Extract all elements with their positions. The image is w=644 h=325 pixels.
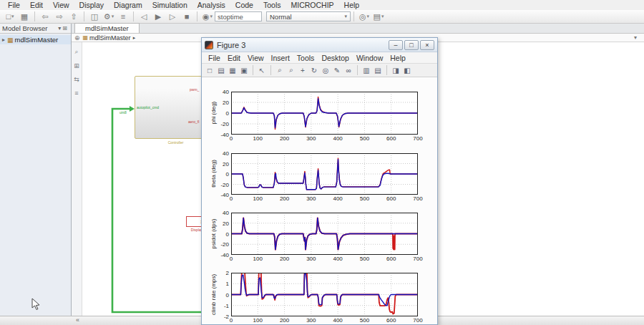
chevron-down-icon: ▾ bbox=[210, 14, 213, 19]
figure-menu-bar: FileEditViewInsertToolsDesktopWindowHelp bbox=[202, 52, 437, 64]
stop-time-field[interactable] bbox=[215, 11, 262, 21]
tab-mdlsimmaster[interactable]: mdlSimMaster bbox=[74, 23, 140, 33]
close-button[interactable]: × bbox=[420, 40, 434, 50]
restore-button[interactable]: □ bbox=[404, 40, 419, 50]
x-tick-label: 300 bbox=[302, 317, 321, 324]
menu-item-help[interactable]: Help bbox=[386, 54, 409, 62]
link-plot-icon[interactable]: ∞ bbox=[343, 65, 354, 76]
model-browser-panel: Model Browser ▾⊞ ▸ ▦ mdlSimMaster bbox=[0, 24, 72, 316]
menu-item-window[interactable]: Window bbox=[353, 54, 386, 62]
canvas-palette: ⌕⊞⇆≡ bbox=[72, 42, 82, 316]
mouse-cursor bbox=[31, 298, 42, 311]
brush-icon[interactable]: ✎ bbox=[331, 65, 343, 76]
series-response bbox=[231, 99, 418, 128]
figure-title-bar[interactable]: Figure 3 –□× bbox=[202, 38, 437, 52]
zoom-icon[interactable]: ⌕ bbox=[74, 48, 78, 56]
back-icon[interactable]: ⇦ bbox=[39, 11, 52, 22]
zoom-out-icon[interactable]: ⌕ bbox=[286, 65, 297, 76]
menu-item-analysis[interactable]: Analysis bbox=[192, 1, 230, 9]
x-tick-label: 200 bbox=[275, 256, 294, 262]
forward-icon[interactable]: ⇨ bbox=[53, 11, 66, 22]
fit-to-view-icon[interactable]: ⊞ bbox=[74, 62, 79, 69]
browser-dock-icon[interactable]: ⊞ bbox=[62, 25, 69, 31]
chevron-down-icon: ▾ bbox=[112, 14, 114, 19]
x-tick-label: 200 bbox=[275, 195, 294, 202]
y-tick-label: 20 bbox=[212, 100, 229, 106]
x-tick-label: 0 bbox=[222, 317, 240, 324]
menu-item-display[interactable]: Display bbox=[74, 1, 109, 9]
figure-window[interactable]: Figure 3 –□× FileEditViewInsertToolsDesk… bbox=[201, 37, 438, 325]
new-model-icon[interactable]: □▾ bbox=[4, 11, 16, 22]
minimize-button[interactable]: – bbox=[389, 40, 403, 50]
run-icon[interactable]: ▶ bbox=[152, 11, 165, 22]
menu-item-view[interactable]: View bbox=[244, 54, 268, 62]
print-icon[interactable]: ▣ bbox=[238, 65, 250, 76]
menu-item-help[interactable]: Help bbox=[339, 1, 365, 9]
colorbar-icon[interactable]: ▥ bbox=[361, 65, 372, 76]
menu-item-view[interactable]: View bbox=[48, 1, 74, 9]
breadcrumb[interactable]: mdlSimMaster bbox=[89, 34, 131, 42]
tree-expander-icon[interactable]: ▸ bbox=[0, 37, 7, 43]
data-cursor-icon[interactable]: ◎ bbox=[320, 65, 331, 76]
library-browser-icon[interactable]: ◫ bbox=[88, 11, 101, 22]
rotate-3d-icon: ↻ bbox=[311, 67, 317, 74]
sim-display-icon[interactable]: ◉▾ bbox=[201, 11, 214, 22]
new-figure-icon[interactable]: □ bbox=[204, 65, 215, 76]
figure-app-icon bbox=[205, 41, 213, 49]
model-browser-header-icons[interactable]: ▾⊞ bbox=[58, 25, 69, 31]
pan-icon: + bbox=[301, 67, 305, 74]
menu-item-code[interactable]: Code bbox=[230, 1, 258, 9]
rotate-3d-icon[interactable]: ↻ bbox=[308, 65, 320, 76]
up-to-parent-icon[interactable]: ⇧ bbox=[67, 11, 80, 22]
deploy-icon[interactable]: ▤▾ bbox=[372, 11, 385, 22]
save-figure-icon[interactable]: ▦ bbox=[227, 65, 238, 76]
model-settings-icon[interactable]: ⚙▾ bbox=[102, 11, 115, 22]
step-back-icon[interactable]: ◁ bbox=[137, 11, 150, 22]
model-explorer-icon[interactable]: ≡ bbox=[117, 11, 130, 22]
pan-icon[interactable]: + bbox=[297, 65, 308, 76]
x-tick-label: 700 bbox=[409, 135, 427, 142]
chevron-down-icon: ▾ bbox=[381, 14, 384, 19]
menu-item-desktop[interactable]: Desktop bbox=[318, 54, 353, 62]
zoom-in-icon[interactable]: ⌕ bbox=[274, 65, 286, 76]
x-tick-label: 0 bbox=[222, 135, 240, 142]
subplot-climb: climb rate (mps)-2-101201002003004005006… bbox=[202, 273, 437, 325]
menu-item-file[interactable]: File bbox=[3, 1, 25, 9]
menu-item-edit[interactable]: Edit bbox=[25, 1, 48, 9]
open-file-icon: ▤ bbox=[218, 67, 224, 74]
annotations-icon[interactable]: ≡ bbox=[74, 89, 78, 97]
x-tick-label: 100 bbox=[248, 195, 267, 202]
menu-item-insert[interactable]: Insert bbox=[268, 54, 293, 62]
figure-window-title: Figure 3 bbox=[217, 41, 245, 49]
plot-tools-on-icon[interactable]: ◧ bbox=[401, 65, 413, 76]
menu-item-edit[interactable]: Edit bbox=[224, 54, 244, 62]
build-icon[interactable]: ◎▾ bbox=[358, 11, 371, 22]
y-tick-label: -1 bbox=[212, 303, 229, 309]
menu-item-simulation[interactable]: Simulation bbox=[147, 1, 192, 9]
pan-icon[interactable]: ⇆ bbox=[74, 76, 79, 83]
step-forward-icon: ▷ bbox=[170, 12, 175, 21]
save-icon[interactable]: ▦ bbox=[18, 11, 31, 22]
sim-mode-select[interactable]: Normal▾ bbox=[266, 11, 351, 21]
zoom-in-icon: ⌕ bbox=[278, 66, 282, 74]
menu-item-microchip[interactable]: MICROCHIP bbox=[286, 1, 338, 9]
menu-item-tools[interactable]: Tools bbox=[293, 54, 318, 62]
stop-icon[interactable]: ■ bbox=[180, 11, 193, 22]
plot-tools-off-icon[interactable]: ◨ bbox=[390, 65, 401, 76]
menu-item-tools[interactable]: Tools bbox=[258, 1, 286, 9]
breadcrumb-options-icon[interactable]: ▾ bbox=[634, 34, 637, 41]
toolbar-separator bbox=[386, 65, 387, 75]
y-tick-label: 40 bbox=[212, 210, 229, 216]
legend-icon[interactable]: ▤ bbox=[372, 65, 384, 76]
x-tick-label: 500 bbox=[355, 195, 374, 202]
menu-item-file[interactable]: File bbox=[205, 54, 224, 62]
tree-item-mdlsimmaster[interactable]: ▸ ▦ mdlSimMaster bbox=[0, 35, 71, 44]
open-file-icon[interactable]: ▤ bbox=[215, 65, 227, 76]
menu-item-diagram[interactable]: Diagram bbox=[109, 1, 147, 9]
subsystem-nav-icon[interactable]: ⊕ bbox=[74, 34, 80, 42]
collapse-panel-icon[interactable]: « bbox=[76, 316, 79, 324]
step-forward-icon[interactable]: ▷ bbox=[166, 11, 179, 22]
toolbar-separator bbox=[197, 11, 197, 21]
edit-cursor-icon[interactable]: ↖ bbox=[256, 65, 268, 76]
window-controls: –□× bbox=[387, 40, 434, 50]
